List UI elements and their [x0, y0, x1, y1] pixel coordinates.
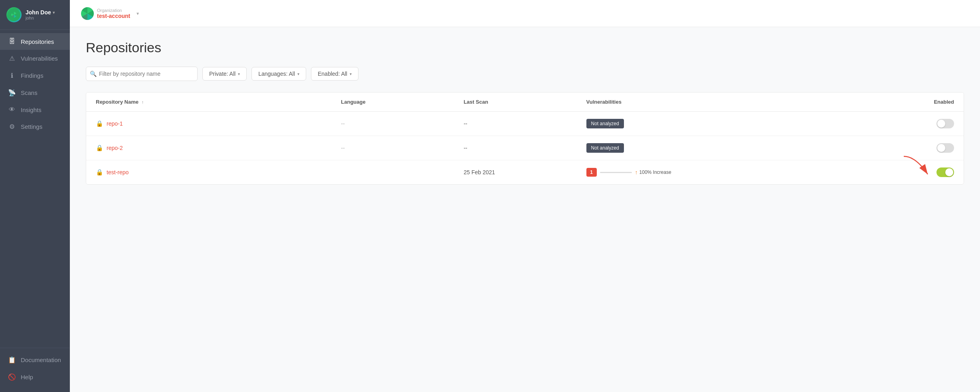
user-name: John Doe ▾: [26, 9, 63, 16]
not-analyzed-badge: Not analyzed: [586, 119, 624, 128]
languages-filter-chevron-icon: ▾: [297, 72, 299, 76]
col-header-vulnerabilities: Vulnerabilities: [586, 99, 832, 105]
sidebar-nav: 🗄 Repositories ⚠ Vulnerabilities ℹ Findi…: [0, 30, 70, 345]
not-analyzed-badge: Not analyzed: [586, 143, 624, 153]
enabled-filter-label: Enabled: All: [318, 71, 347, 77]
enable-toggle[interactable]: [936, 143, 954, 153]
user-chevron-icon: ▾: [53, 10, 55, 15]
last-scan-cell: 25 Feb 2021: [463, 169, 586, 175]
enabled-filter-button[interactable]: Enabled: All ▾: [311, 67, 358, 81]
enabled-cell: [832, 143, 954, 153]
col-header-enabled: Enabled: [832, 99, 954, 105]
repo-link[interactable]: repo-2: [107, 145, 123, 151]
last-scan-cell: --: [463, 145, 586, 151]
sidebar-item-insights[interactable]: 👁 Insights: [0, 101, 70, 118]
vulnerabilities-icon: ⚠: [8, 55, 16, 62]
topbar: Organization test-account ▾: [70, 0, 980, 27]
vulnerabilities-cell: 1 ↑ 100% Increase: [586, 168, 832, 177]
col-header-language: Language: [341, 99, 463, 105]
repo-name-cell: 🔒 repo-2: [96, 144, 341, 152]
sidebar-item-label: Settings: [21, 123, 42, 130]
vuln-bar: [600, 172, 632, 173]
last-scan-cell: --: [463, 120, 586, 127]
documentation-icon: 📋: [8, 356, 16, 364]
sidebar-bottom: 📋 Documentation 🚫 Help: [0, 351, 70, 392]
col-header-last-scan: Last Scan: [463, 99, 586, 105]
sidebar-item-label: Insights: [21, 106, 42, 113]
findings-icon: ℹ: [8, 72, 16, 79]
private-filter-chevron-icon: ▾: [238, 72, 240, 76]
repo-link[interactable]: test-repo: [107, 169, 129, 175]
sidebar: John Doe ▾ john 🗄 Repositories ⚠ Vulnera…: [0, 0, 70, 392]
private-filter-button[interactable]: Private: All ▾: [202, 67, 247, 81]
vuln-count-badge: 1: [586, 168, 597, 177]
sidebar-item-label: Vulnerabilities: [21, 55, 58, 62]
enable-toggle[interactable]: [936, 167, 954, 177]
lock-icon: 🔒: [96, 169, 103, 176]
org-name: test-account: [97, 13, 130, 19]
languages-filter-button[interactable]: Languages: All ▾: [251, 67, 306, 81]
sidebar-item-label: Documentation: [21, 357, 61, 363]
user-profile[interactable]: John Doe ▾ john: [0, 0, 70, 30]
scans-icon: 📡: [8, 89, 16, 97]
enabled-filter-chevron-icon: ▾: [350, 72, 352, 76]
sidebar-item-label: Repositories: [21, 38, 54, 45]
sidebar-item-label: Help: [21, 374, 33, 380]
repo-table: Repository Name ↑ Language Last Scan Vul…: [86, 92, 964, 185]
org-label: Organization: [97, 8, 130, 13]
vuln-trend: ↑ 100% Increase: [635, 169, 671, 175]
vuln-trend-text: 100% Increase: [639, 169, 671, 175]
help-icon: 🚫: [8, 373, 16, 381]
sidebar-divider: [0, 348, 70, 348]
vulnerabilities-cell: Not analyzed: [586, 119, 832, 128]
page-title: Repositories: [86, 40, 964, 55]
org-info: Organization test-account: [97, 8, 130, 19]
table-header: Repository Name ↑ Language Last Scan Vul…: [86, 93, 964, 112]
repositories-icon: 🗄: [8, 38, 16, 45]
sidebar-item-documentation[interactable]: 📋 Documentation: [0, 351, 70, 368]
table-row: 🔒 repo-1 -- -- Not analyzed: [86, 112, 964, 136]
lock-icon: 🔒: [96, 120, 103, 127]
user-info: John Doe ▾ john: [26, 9, 63, 20]
main-area: Organization test-account ▾ Repositories…: [70, 0, 980, 392]
toggle-knob: [945, 168, 953, 176]
page-content: Repositories 🔍 Private: All ▾ Languages:…: [70, 27, 980, 392]
sidebar-item-settings[interactable]: ⚙ Settings: [0, 118, 70, 135]
search-input-wrap: 🔍: [86, 67, 198, 81]
table-row: 🔒 repo-2 -- -- Not analyzed: [86, 136, 964, 160]
toggle-knob: [937, 144, 945, 152]
sidebar-item-vulnerabilities[interactable]: ⚠ Vulnerabilities: [0, 50, 70, 67]
filters-row: 🔍 Private: All ▾ Languages: All ▾ Enable…: [86, 67, 964, 81]
enable-toggle[interactable]: [936, 119, 954, 128]
sidebar-item-scans[interactable]: 📡 Scans: [0, 84, 70, 101]
sidebar-item-findings[interactable]: ℹ Findings: [0, 67, 70, 84]
org-chevron-icon[interactable]: ▾: [137, 11, 139, 16]
repo-name-cell: 🔒 test-repo: [96, 169, 341, 176]
private-filter-label: Private: All: [209, 71, 236, 77]
enabled-cell: [832, 119, 954, 128]
vulnerabilities-cell: Not analyzed: [586, 143, 832, 153]
language-cell: --: [341, 145, 463, 151]
search-input[interactable]: [86, 67, 198, 81]
language-cell: --: [341, 120, 463, 127]
sort-icon: ↑: [142, 100, 144, 104]
search-icon: 🔍: [90, 71, 97, 77]
table-row: 🔒 test-repo 25 Feb 2021 1 ↑ 100% Increas…: [86, 160, 964, 184]
sidebar-item-help[interactable]: 🚫 Help: [0, 368, 70, 386]
col-header-repo-name[interactable]: Repository Name ↑: [96, 99, 341, 105]
settings-icon: ⚙: [8, 123, 16, 130]
insights-icon: 👁: [8, 106, 16, 113]
trend-up-icon: ↑: [635, 169, 638, 175]
user-name-text: John Doe: [26, 9, 51, 16]
sidebar-item-label: Findings: [21, 72, 44, 79]
enabled-cell: [832, 167, 954, 177]
user-login: john: [26, 16, 63, 20]
org-logo-icon: [81, 7, 94, 20]
repo-link[interactable]: repo-1: [107, 120, 123, 127]
toggle-knob: [937, 120, 945, 128]
languages-filter-label: Languages: All: [258, 71, 295, 77]
repo-name-cell: 🔒 repo-1: [96, 120, 341, 127]
sidebar-item-label: Scans: [21, 89, 38, 96]
sidebar-item-repositories[interactable]: 🗄 Repositories: [0, 33, 70, 50]
lock-icon: 🔒: [96, 144, 103, 152]
